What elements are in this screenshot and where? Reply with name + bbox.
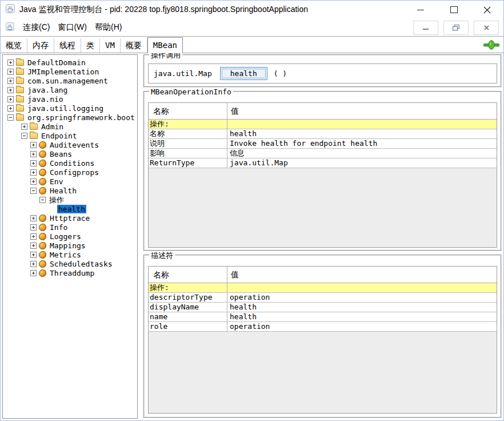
close-icon [483, 6, 491, 14]
expand-toggle[interactable] [30, 142, 37, 148]
maximize-button[interactable] [437, 1, 470, 19]
mbean-icon [39, 260, 46, 268]
frame-close-button[interactable] [474, 21, 499, 35]
expand-toggle[interactable] [7, 59, 14, 66]
tree-item[interactable]: Threaddump [3, 268, 137, 277]
menu-help[interactable]: 帮助(H) [91, 21, 126, 34]
operation-args: ( ) [274, 69, 287, 78]
column-header-name: 名称 [149, 267, 227, 283]
tree-item[interactable]: Admin [3, 122, 137, 131]
tree-item[interactable]: Info [3, 223, 137, 232]
expand-toggle[interactable] [7, 69, 14, 75]
expand-toggle[interactable] [39, 197, 46, 203]
expand-toggle[interactable] [7, 78, 14, 84]
expand-toggle[interactable] [30, 224, 37, 231]
tree-item[interactable]: JMImplementation [3, 67, 137, 76]
frame-restore-button[interactable] [443, 21, 469, 35]
tab-memory[interactable]: 内存 [27, 38, 54, 53]
tree-item[interactable]: Auditevents [3, 140, 137, 149]
table-row[interactable]: role operation [149, 322, 497, 332]
cell-name: 说明 [149, 139, 227, 148]
descriptor-rows: descriptorType operation displayName hea… [149, 293, 497, 332]
invoke-health-button[interactable]: health [220, 67, 267, 80]
expand-toggle[interactable] [21, 133, 27, 139]
table-header: 名称 值 [149, 267, 497, 283]
tree-item[interactable]: DefaultDomain [3, 58, 137, 67]
expand-toggle[interactable] [30, 252, 37, 258]
mbean-icon [39, 224, 46, 231]
expand-toggle[interactable] [30, 233, 37, 240]
operation-info-rows: 名称 health 说明 Invoke health for endpoint … [149, 129, 497, 168]
tab-vm[interactable]: VM [100, 38, 121, 53]
expand-toggle[interactable] [30, 261, 37, 267]
tab-classes[interactable]: 类 [81, 38, 100, 53]
table-row[interactable]: 名称 health [149, 129, 497, 139]
table-row[interactable]: ReturnType java.util.Map [149, 158, 497, 168]
operation-info-title: MBeanOperationInfo [149, 88, 233, 96]
expand-toggle[interactable] [21, 124, 27, 130]
section-row[interactable]: 操作: [149, 120, 497, 129]
tree-item[interactable]: Configprops [3, 168, 137, 177]
table-row[interactable]: displayName health [149, 303, 497, 312]
menu-window[interactable]: 窗口(W) [54, 21, 91, 34]
expand-toggle[interactable] [30, 243, 37, 249]
tree-item-label: Health [49, 186, 78, 195]
tree-item[interactable]: Mappings [3, 241, 137, 250]
table-row[interactable]: descriptorType operation [149, 293, 497, 303]
mbean-icon [39, 233, 46, 240]
mbean-icon [39, 169, 46, 176]
tree-item[interactable]: org.springframework.boot [3, 113, 137, 122]
tree-item[interactable]: Env [3, 177, 137, 186]
expand-toggle[interactable] [30, 178, 37, 185]
table-row[interactable]: 影响 信息 [149, 149, 497, 158]
table-row[interactable]: 说明 Invoke health for endpoint health [149, 139, 497, 149]
expand-toggle[interactable] [30, 160, 37, 166]
tree-item[interactable]: Conditions [3, 158, 137, 168]
tree-item[interactable]: Httptrace [3, 213, 137, 223]
tree-item[interactable]: Endpoint [3, 131, 137, 140]
frame-minimize-icon [423, 29, 429, 30]
tree-item[interactable]: Beans [3, 149, 137, 158]
tree-item[interactable]: com.sun.management [3, 76, 137, 85]
expand-toggle[interactable] [30, 151, 37, 157]
tree-item-label: com.sun.management [26, 77, 109, 85]
mbean-detail-panel: 操作调用 java.util.Map health ( ) MBeanOpera… [143, 54, 502, 418]
expand-toggle[interactable] [7, 105, 14, 112]
tree-item-label: Scheduledtasks [49, 260, 114, 268]
tree-item-label: Mappings [49, 241, 87, 250]
cell-value: health [227, 312, 497, 321]
expand-toggle[interactable] [30, 188, 37, 194]
tree-item-label: org.springframework.boot [26, 113, 136, 122]
tab-threads[interactable]: 线程 [54, 38, 81, 53]
tree-item-label: java.lang [26, 86, 69, 94]
expand-toggle[interactable] [30, 215, 37, 221]
menu-connection[interactable]: 连接(C) [19, 21, 54, 34]
tree-item[interactable]: Loggers [3, 232, 137, 241]
cell-name: 影响 [149, 149, 227, 158]
tree-item[interactable]: Health [3, 186, 137, 195]
expand-toggle[interactable] [30, 270, 37, 276]
mbean-tree: DefaultDomain JMImplementation com.sun.m… [2, 54, 138, 419]
column-header-value: 值 [227, 267, 497, 283]
operation-info-table: 名称 值 操作: 名称 health 说明 Invoke health for … [148, 102, 497, 248]
expand-toggle[interactable] [30, 169, 37, 176]
tab-mbean[interactable]: MBean [147, 37, 183, 53]
tree-item[interactable]: java.util.logging [3, 104, 137, 113]
expand-toggle[interactable] [7, 87, 14, 93]
frame-minimize-button[interactable] [413, 21, 438, 35]
tree-item[interactable]: java.lang [3, 85, 137, 94]
tree-item[interactable]: java.nio [3, 94, 137, 104]
mbean-icon [39, 150, 46, 158]
expand-toggle[interactable] [7, 96, 14, 102]
tree-item[interactable]: health [3, 204, 137, 213]
section-row[interactable]: 操作: [149, 283, 497, 293]
table-row[interactable]: name health [149, 312, 497, 322]
tab-summary[interactable]: 概要 [121, 38, 147, 53]
tree-item[interactable]: Scheduledtasks [3, 259, 137, 268]
tree-item[interactable]: 操作 [3, 195, 137, 204]
tree-item[interactable]: Metrics [3, 250, 137, 259]
close-button[interactable] [470, 1, 503, 19]
minimize-button[interactable] [404, 1, 437, 19]
expand-toggle[interactable] [7, 114, 14, 121]
tab-overview[interactable]: 概览 [1, 38, 27, 53]
